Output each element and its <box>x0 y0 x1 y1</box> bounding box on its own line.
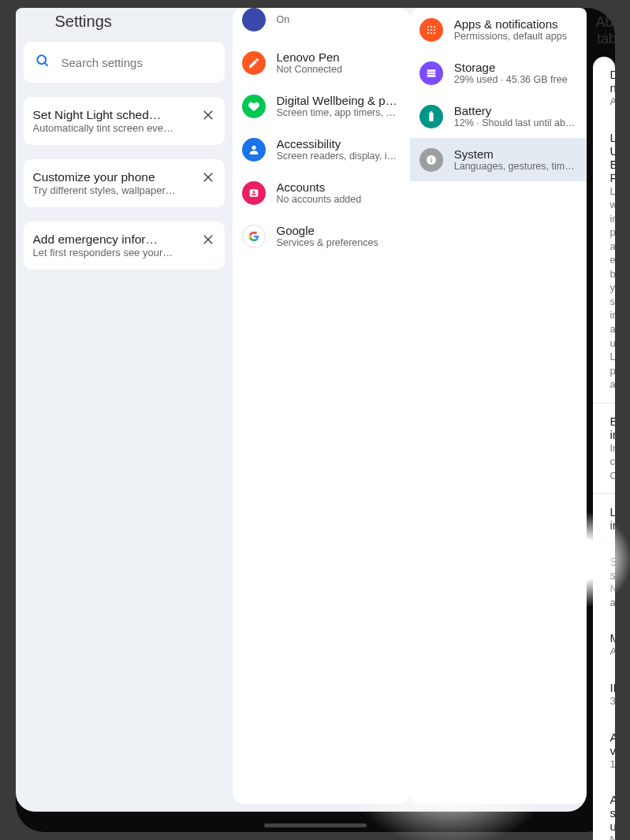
nav-title: Google <box>277 224 401 237</box>
info-subtitle: November 5, 2023 <box>610 833 615 840</box>
nav-subtitle: No accounts added <box>277 194 401 205</box>
svg-point-15 <box>427 28 429 30</box>
info-title: Emergency information <box>610 414 615 441</box>
search-settings[interactable] <box>24 42 225 83</box>
nav-subtitle: Languages, gestures, time, backup <box>454 161 577 172</box>
sidebar-item-storage[interactable]: Storage29% used · 45.36 GB free <box>410 51 587 95</box>
info-title: SIM status <box>610 555 615 582</box>
sidebar-item-apps-notifications[interactable]: Apps & notificationsPermissions, default… <box>410 8 587 51</box>
info-row-emergency-information[interactable]: Emergency informationInfo & contacts for… <box>593 403 615 494</box>
about-list[interactable]: Device nameA101LVLenovo User Experience … <box>593 57 615 840</box>
info-title: Lenovo User Experience Program <box>610 131 615 184</box>
svg-point-20 <box>434 32 435 33</box>
suggestion-card-night-light[interactable]: Set Night Light sched… Automatically tin… <box>24 97 225 145</box>
svg-point-10 <box>252 191 255 193</box>
person-icon <box>242 138 266 162</box>
info-subtitle: Lenovo would like to improve its product… <box>610 184 615 392</box>
sidebar-item-google[interactable]: GoogleServices & preferences <box>233 214 410 258</box>
nav-subtitle: Not Connected <box>277 64 401 75</box>
svg-line-1 <box>44 63 47 66</box>
nav-title: Accessibility <box>277 137 401 151</box>
gesture-nav-pill[interactable] <box>264 823 367 827</box>
info-subtitle: 359285680173238 <box>610 694 615 708</box>
info-title: Device name <box>610 68 615 95</box>
nav-title: Battery <box>454 104 577 117</box>
settings-title: Settings <box>24 8 225 42</box>
suggestion-card-emergency[interactable]: Add emergency infor… Let first responder… <box>24 221 225 269</box>
svg-rect-22 <box>427 72 435 74</box>
nav-title: Accounts <box>277 180 401 194</box>
battery-icon <box>419 105 443 128</box>
svg-point-13 <box>431 25 432 27</box>
sidebar-item-digital-wellbeing-parental[interactable]: Digital Wellbeing & parental…Screen time… <box>233 84 410 128</box>
info-title: Legal information <box>610 505 615 532</box>
sidebar-item-accessibility[interactable]: AccessibilityScreen readers, display, in… <box>233 128 410 171</box>
settings-sidebar: Settings Set Night Light sched… Automati… <box>16 8 233 812</box>
sidebar-item-lenovo-pen[interactable]: Lenovo PenNot Connected <box>233 41 410 84</box>
pen-icon <box>242 51 266 75</box>
sidebar-item-system[interactable]: SystemLanguages, gestures, time, backup <box>410 138 587 181</box>
close-icon[interactable] <box>201 170 215 184</box>
device-frame: Settings Set Night Light sched… Automati… <box>16 8 615 832</box>
svg-point-0 <box>37 55 46 64</box>
info-subtitle: Info & contacts for Owner <box>610 441 615 483</box>
info-row-android-security-update[interactable]: Android security updateNovember 5, 2023 <box>593 782 615 840</box>
grid-icon <box>419 18 443 42</box>
info-subtitle: 11 <box>610 757 615 771</box>
svg-point-17 <box>434 28 435 30</box>
info-subtitle: Not available <box>610 582 615 609</box>
nav-title: Lenovo Pen <box>277 50 401 64</box>
info-row-sim-status[interactable]: SIM statusNot available <box>593 544 615 620</box>
suggestion-title: Customize your phone <box>33 170 195 184</box>
heart-icon <box>242 95 266 118</box>
suggestion-subtitle: Let first responders see your… <box>33 247 195 258</box>
search-input[interactable] <box>62 56 214 69</box>
feature-icon <box>242 8 266 32</box>
sidebar-item-accounts[interactable]: AccountsNo accounts added <box>233 171 410 214</box>
nav-subtitle: 12% · Should last until about 8:00… <box>454 117 577 128</box>
info-row-imei[interactable]: IMEI359285680173238 <box>593 670 615 719</box>
nav-title: Apps & notifications <box>454 17 577 31</box>
svg-point-28 <box>431 157 432 158</box>
storage-icon <box>419 61 443 85</box>
info-row-model[interactable]: ModelA101LV <box>593 620 615 670</box>
info-row-legal-information[interactable]: Legal information <box>593 494 615 543</box>
account-icon <box>242 181 266 205</box>
detail-header: About tablet <box>593 8 615 57</box>
info-row-device-name[interactable]: Device nameA101LV <box>593 57 615 120</box>
svg-point-16 <box>431 28 432 30</box>
suggestion-card-customize[interactable]: Customize your phone Try different style… <box>24 159 225 207</box>
svg-point-18 <box>427 32 429 33</box>
nav-group-1: On Lenovo PenNot ConnectedDigital Wellbe… <box>233 8 410 804</box>
screen: Settings Set Night Light sched… Automati… <box>16 8 587 812</box>
nav-subtitle: Screen readers, display, interactio… <box>277 151 401 162</box>
info-title: Model <box>610 631 615 645</box>
nav-subtitle: Screen time, app timers, bedtime… <box>277 107 401 118</box>
info-title: Android security update <box>610 793 615 833</box>
close-icon[interactable] <box>201 232 215 247</box>
suggestion-title: Set Night Light sched… <box>33 108 195 122</box>
svg-rect-24 <box>429 112 433 121</box>
nav-group-2: Apps & notificationsPermissions, default… <box>410 8 587 804</box>
sidebar-item-battery[interactable]: Battery12% · Should last until about 8:0… <box>410 95 587 138</box>
info-subtitle: A101LV <box>610 645 615 659</box>
nav-title: Storage <box>454 61 577 74</box>
svg-point-12 <box>427 25 429 27</box>
info-title: Android version <box>610 730 615 757</box>
suggestion-subtitle: Automatically tint screen eve… <box>33 122 195 134</box>
about-tablet-pane: About tablet Device nameA101LVLenovo Use… <box>587 8 615 840</box>
svg-rect-27 <box>431 158 431 162</box>
nav-subtitle: Services & preferences <box>277 237 401 248</box>
info-title: IMEI <box>610 681 615 694</box>
nav-subtitle: 29% used · 45.36 GB free <box>454 74 577 85</box>
svg-point-14 <box>434 25 435 27</box>
info-subtitle: A101LV <box>610 95 615 109</box>
sidebar-item-partial[interactable]: On <box>233 8 410 41</box>
svg-rect-21 <box>427 69 435 72</box>
suggestion-subtitle: Try different styles, wallpaper… <box>33 184 195 196</box>
svg-point-8 <box>252 145 255 149</box>
info-row-lenovo-user-experience-program[interactable]: Lenovo User Experience ProgramLenovo wou… <box>593 120 615 403</box>
svg-rect-25 <box>430 111 432 112</box>
info-row-android-version[interactable]: Android version11 <box>593 719 615 782</box>
close-icon[interactable] <box>201 108 215 122</box>
